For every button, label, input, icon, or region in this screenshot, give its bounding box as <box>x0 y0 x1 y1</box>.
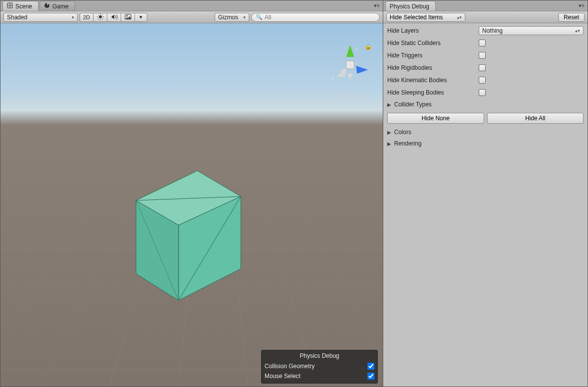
tab-physics-debug[interactable]: Physics Debug <box>385 1 436 11</box>
dropdown-hide-layers-value: Nothing <box>482 27 502 34</box>
physics-debug-toolbar: Hide Selected Items ▴▾ Reset <box>383 11 588 23</box>
hide-none-label: Hide None <box>421 115 450 122</box>
axis-z-label: z <box>368 65 371 71</box>
scene-toolbar: Shaded ▾ 2D ▾ Gizmos ▾ <box>0 11 383 23</box>
svg-marker-36 <box>347 74 353 80</box>
hide-all-label: Hide All <box>525 115 545 122</box>
svg-marker-39 <box>356 66 368 74</box>
triangle-right-icon: ▶ <box>387 130 392 135</box>
foldout-colors-label: Colors <box>394 129 411 136</box>
tab-physics-debug-label: Physics Debug <box>390 3 429 10</box>
svg-point-0 <box>99 15 102 18</box>
gizmos-dropdown[interactable]: Gizmos ▾ <box>215 13 249 22</box>
foldout-collider-types-label: Collider Types <box>394 101 432 108</box>
search-icon: 🔍 <box>256 14 263 20</box>
updown-icon: ▴▾ <box>575 28 580 33</box>
right-panel-context-icon[interactable]: ▾≡ <box>579 2 585 9</box>
reset-button[interactable]: Reset <box>558 13 585 22</box>
label-hide-sleeping: Hide Sleeping Bodies <box>387 89 479 96</box>
tab-game[interactable]: Game <box>40 1 75 11</box>
right-panel-tabs: Physics Debug ▾≡ <box>383 0 588 11</box>
hide-show-mode-dropdown[interactable]: Hide Selected Items ▴▾ <box>386 13 465 22</box>
hide-none-button[interactable]: Hide None <box>387 113 484 124</box>
image-icon <box>125 13 132 21</box>
overlay-row-mouse-select: Mouse Select <box>265 371 374 381</box>
gizmos-label: Gizmos <box>218 14 238 21</box>
tab-scene-label: Scene <box>15 3 32 10</box>
overlay-check-mouse-select[interactable] <box>367 373 374 380</box>
scene-panel-context-icon[interactable]: ▾≡ <box>374 2 380 9</box>
label-hide-triggers: Hide Triggers <box>387 52 479 59</box>
scene-search[interactable]: 🔍 <box>251 13 380 22</box>
shading-mode-value: Shaded <box>7 14 27 21</box>
scene-search-input[interactable] <box>265 14 375 21</box>
tab-game-label: Game <box>52 3 69 10</box>
toggle-2d-label: 2D <box>83 14 90 20</box>
check-hide-rigid[interactable] <box>479 64 486 71</box>
toggle-2d[interactable]: 2D <box>80 13 93 22</box>
tab-scene[interactable]: Scene <box>2 1 39 11</box>
svg-line-8 <box>98 18 98 19</box>
foldout-rendering[interactable]: ▶ Rendering <box>387 139 584 148</box>
editor-window: Scene Game ▾≡ Shaded ▾ 2D <box>0 0 588 387</box>
scene-overlay-physics-debug: Physics Debug Collision Geometry Mouse S… <box>261 350 378 384</box>
scene-cube-object[interactable] <box>130 171 245 300</box>
overlay-row-collision-geometry: Collision Geometry <box>265 361 374 371</box>
overlay-check-collision-geometry[interactable] <box>367 363 374 370</box>
foldout-colors[interactable]: ▶ Colors <box>387 127 584 137</box>
axis-y-label: y <box>355 45 358 51</box>
scene-grid-icon <box>7 2 13 10</box>
reset-button-label: Reset <box>564 14 579 21</box>
toggle-lighting[interactable] <box>93 13 107 22</box>
check-hide-triggers[interactable] <box>479 52 486 59</box>
scene-panel: Scene Game ▾≡ Shaded ▾ 2D <box>0 0 383 387</box>
foldout-collider-types[interactable]: ▶ Collider Types <box>387 99 584 109</box>
sun-icon <box>97 13 104 21</box>
toggle-audio[interactable] <box>107 13 121 22</box>
scene-toggle-group: 2D ▾ <box>80 13 147 22</box>
check-hide-static[interactable] <box>479 40 486 47</box>
svg-line-7 <box>102 14 102 15</box>
foldout-rendering-label: Rendering <box>394 140 421 147</box>
overlay-title: Physics Debug <box>265 350 374 361</box>
dropdown-hide-layers[interactable]: Nothing ▴▾ <box>479 26 584 35</box>
check-hide-kinematic[interactable] <box>479 77 486 84</box>
physics-debug-body: Hide Layers Nothing ▴▾ Hide Static Colli… <box>383 23 588 150</box>
svg-marker-38 <box>346 45 354 57</box>
orientation-gizmo[interactable]: 🔒 y z x Persp <box>326 41 374 100</box>
updown-icon: ▴▾ <box>457 15 462 20</box>
chevron-down-icon: ▾ <box>72 15 74 20</box>
label-hide-kinematic: Hide Kinematic Bodies <box>387 77 479 84</box>
hide-button-row: Hide None Hide All <box>387 113 584 124</box>
check-hide-sleeping[interactable] <box>479 89 486 96</box>
row-hide-static: Hide Static Colliders <box>387 38 584 48</box>
chevron-down-icon: ▾ <box>243 15 246 20</box>
row-hide-rigid: Hide Rigidbodies <box>387 62 584 73</box>
row-hide-sleeping: Hide Sleeping Bodies <box>387 87 584 98</box>
row-hide-triggers: Hide Triggers <box>387 50 584 61</box>
svg-point-10 <box>126 15 128 16</box>
toggle-effects[interactable] <box>121 13 135 22</box>
lock-icon[interactable]: 🔒 <box>364 43 372 50</box>
hide-show-mode-value: Hide Selected Items <box>390 14 443 21</box>
overlay-label-mouse-select: Mouse Select <box>265 373 301 380</box>
scene-panel-tabs: Scene Game ▾≡ <box>0 0 383 11</box>
toggle-effects-dropdown[interactable]: ▾ <box>135 13 147 22</box>
hide-all-button[interactable]: Hide All <box>487 113 584 124</box>
scene-viewport[interactable]: 🔒 y z x Persp <box>0 23 383 387</box>
label-hide-rigid: Hide Rigidbodies <box>387 64 479 71</box>
game-pac-icon <box>44 2 50 10</box>
row-hide-layers: Hide Layers Nothing ▴▾ <box>387 25 584 36</box>
chevron-down-icon: ▾ <box>139 14 142 20</box>
label-hide-static: Hide Static Colliders <box>387 40 479 47</box>
physics-debug-panel: Physics Debug ▾≡ Hide Selected Items ▴▾ … <box>383 0 588 387</box>
audio-icon <box>111 13 118 21</box>
axis-x-label: x <box>331 75 334 81</box>
triangle-right-icon: ▶ <box>387 102 392 107</box>
triangle-right-icon: ▶ <box>387 141 392 146</box>
projection-label: Persp <box>326 92 374 98</box>
label-hide-layers: Hide Layers <box>387 27 479 34</box>
overlay-label-collision-geometry: Collision Geometry <box>265 363 315 370</box>
shading-mode-dropdown[interactable]: Shaded ▾ <box>3 13 78 22</box>
svg-rect-37 <box>346 61 354 69</box>
